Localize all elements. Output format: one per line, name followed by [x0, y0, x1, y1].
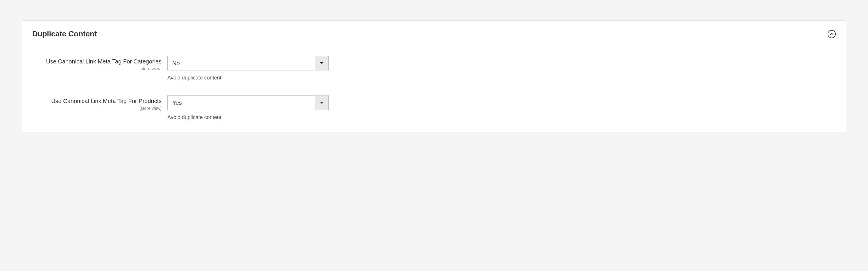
field-label-categories: Use Canonical Link Meta Tag For Categori…	[32, 58, 161, 65]
caret-down-icon	[320, 60, 324, 66]
collapse-toggle[interactable]	[828, 30, 836, 38]
field-comment-products: Avoid duplicate content.	[167, 114, 329, 120]
select-arrow-button	[315, 56, 329, 71]
label-column: Use Canonical Link Meta Tag For Products…	[32, 96, 167, 111]
chevron-up-icon	[830, 31, 834, 37]
canonical-categories-select[interactable]: No	[167, 56, 329, 71]
field-comment-categories: Avoid duplicate content.	[167, 75, 329, 81]
config-section-panel: Duplicate Content Use Canonical Link Met…	[22, 20, 846, 132]
caret-down-icon	[320, 100, 324, 105]
section-title: Duplicate Content	[32, 29, 97, 38]
select-arrow-button	[315, 96, 329, 110]
field-row-categories: Use Canonical Link Meta Tag For Categori…	[32, 56, 836, 81]
section-header[interactable]: Duplicate Content	[32, 29, 836, 38]
scope-label-categories: [store view]	[32, 66, 161, 71]
scope-label-products: [store view]	[32, 106, 161, 111]
select-value: No	[167, 56, 315, 71]
canonical-products-select[interactable]: Yes	[167, 96, 329, 110]
control-column: Yes Avoid duplicate content.	[167, 96, 329, 120]
label-column: Use Canonical Link Meta Tag For Categori…	[32, 56, 167, 71]
select-value: Yes	[167, 96, 315, 110]
control-column: No Avoid duplicate content.	[167, 56, 329, 81]
field-row-products: Use Canonical Link Meta Tag For Products…	[32, 96, 836, 120]
field-label-products: Use Canonical Link Meta Tag For Products	[32, 97, 161, 105]
